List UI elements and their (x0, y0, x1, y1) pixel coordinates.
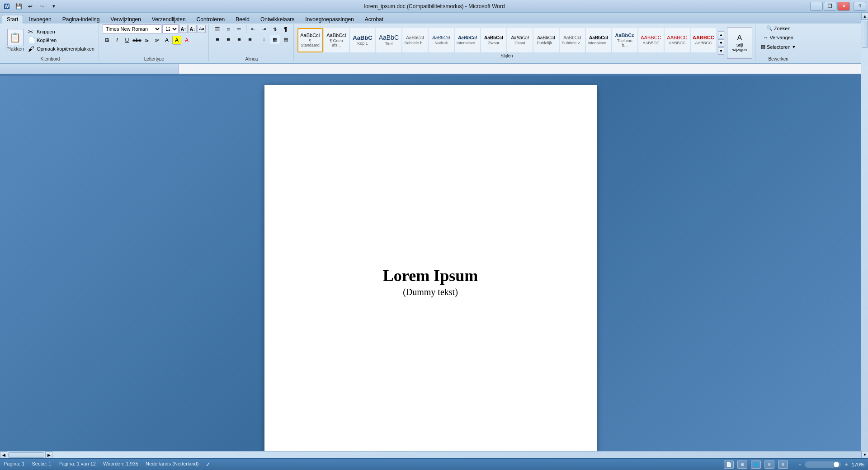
statusbar: Pagina: 1 Sectie: 1 Pagina: 1 van 12 Woo… (0, 458, 868, 470)
cut-button[interactable]: ✂ Knippen (27, 28, 96, 36)
style-subtiele-v[interactable]: AaBbCcI Subtiele v... (560, 28, 585, 52)
styles-more-button[interactable]: ▼ (718, 47, 724, 55)
font-color-button[interactable]: A (182, 36, 191, 45)
style-aabbcc1[interactable]: AABBCC AABBCC (638, 28, 664, 52)
line-spacing-button[interactable]: ↕ (259, 35, 269, 44)
border-button[interactable]: ▤ (281, 35, 291, 44)
font-shrink-button[interactable]: A↓ (189, 25, 197, 33)
tab-invoegtoepassingen[interactable]: Invoegtoepassingen (300, 15, 359, 24)
style-zwaar[interactable]: AaBbCcI Zwaar (481, 28, 506, 52)
increase-indent-button[interactable]: ⇥ (259, 24, 269, 33)
minimize-button[interactable]: — (810, 2, 823, 11)
scroll-thumb[interactable] (862, 21, 868, 48)
align-left-button[interactable]: ≡ (212, 35, 222, 44)
style-titel-van-b[interactable]: AaBbCc Titel van b... (612, 28, 637, 52)
tab-verwijzingen[interactable]: Verwijzingen (105, 15, 146, 24)
font-name-select[interactable]: Times New Roman (103, 24, 161, 33)
styles-scroll-down[interactable]: ▼ (718, 39, 724, 47)
copy-button[interactable]: 📄 Kopiëren (27, 36, 96, 44)
style-standaard[interactable]: AaBbCcI ¶ Standaard (297, 28, 323, 52)
cut-icon: ✂ (28, 28, 35, 35)
shading-button[interactable]: ▦ (270, 35, 280, 44)
sort-button[interactable]: ⇅ (270, 24, 280, 33)
align-right-button[interactable]: ≡ (234, 35, 244, 44)
subscript-button[interactable]: x₂ (142, 36, 151, 45)
tab-acrobat[interactable]: Acrobat (360, 15, 388, 24)
vertical-scrollbar: ▲ ▼ (861, 13, 868, 458)
change-style-button[interactable]: A Stijlwijzigen (727, 27, 752, 59)
close-button[interactable]: ✕ (837, 2, 850, 11)
ruler (0, 64, 868, 74)
underline-button[interactable]: U (123, 36, 132, 45)
bullets-button[interactable]: ☰ (212, 24, 222, 33)
spelling-check-icon[interactable]: ✓ (206, 461, 211, 468)
tab-start[interactable]: Start (2, 15, 23, 24)
italic-button[interactable]: I (113, 36, 122, 45)
change-style-icon: A (737, 34, 742, 42)
clear-format-button[interactable]: Aa (198, 25, 206, 33)
view-web-button[interactable]: 🌐 (751, 461, 761, 469)
justify-button[interactable]: ≡ (245, 35, 255, 44)
style-kop1[interactable]: AaBbC Kop 1 (350, 28, 375, 52)
redo-button[interactable]: ↪ (37, 2, 47, 11)
view-outline-button[interactable]: ≡ (764, 461, 774, 469)
save-button[interactable]: 💾 (14, 2, 24, 11)
style-aabbcc2[interactable]: AABBCC AABBCC (665, 28, 690, 52)
style-nadruk[interactable]: AaBbCcI Nadruk (429, 28, 454, 52)
scroll-right-button[interactable]: ▶ (45, 451, 52, 459)
clipboard-group-label: Klembord (5, 56, 96, 61)
superscript-button[interactable]: x² (152, 36, 161, 45)
scroll-up-button[interactable]: ▲ (861, 13, 868, 20)
alignment-content: ☰ ≡ ≣ ⇤ ⇥ ⇅ ¶ ≡ ≡ ≡ ≡ ↕ ▦ ▤ (212, 24, 291, 56)
help-button[interactable]: ? (854, 2, 866, 11)
hscroll-thumb[interactable] (8, 452, 44, 458)
tab-controleren[interactable]: Controleren (192, 15, 230, 24)
format-copy-button[interactable]: 🖌 Opmaak kopiëren/plakken (27, 45, 96, 53)
find-button[interactable]: 🔍 Zoeken (764, 24, 793, 32)
tab-beeld[interactable]: Beeld (231, 15, 255, 24)
styles-scroll-up[interactable]: ▲ (718, 31, 724, 38)
zoom-slider[interactable] (805, 461, 841, 468)
multilevel-list-button[interactable]: ≣ (234, 24, 244, 33)
tab-invoegen[interactable]: Invoegen (24, 15, 56, 24)
numbering-button[interactable]: ≡ (223, 24, 233, 33)
style-titel[interactable]: AaBbC Titel (376, 28, 401, 52)
zoom-in-button[interactable]: + (844, 461, 848, 468)
style-citaat[interactable]: AaBbCcI Citaat (507, 28, 533, 52)
style-geen-afs[interactable]: AaBbCcI ¶ Geen afs... (324, 28, 349, 52)
tab-verzendlijsten[interactable]: Verzendlijsten (147, 15, 191, 24)
restore-button[interactable]: ❐ (824, 2, 836, 11)
paste-button[interactable]: 📋 Plakken (5, 28, 26, 52)
replace-button[interactable]: ↔ Vervangen (761, 34, 795, 41)
view-fullscreen-button[interactable]: ⊞ (737, 461, 747, 469)
align-center-button[interactable]: ≡ (223, 35, 233, 44)
scroll-down-button[interactable]: ▼ (861, 451, 868, 458)
font-row-1: Times New Roman 12 A↑ A↓ Aa (103, 24, 206, 33)
undo-button[interactable]: ↩ (25, 2, 35, 11)
text-effects-button[interactable]: A (162, 36, 171, 45)
show-formatting-button[interactable]: ¶ (281, 24, 291, 33)
tab-ontwikkelaars[interactable]: Ontwikkelaars (255, 15, 299, 24)
word-icon: W (2, 1, 12, 11)
quick-access-dropdown[interactable]: ▼ (49, 2, 59, 11)
style-preview-intensieve: AaBbCcI (458, 35, 477, 41)
tab-pagina-indeling[interactable]: Pagina-indeling (57, 15, 105, 24)
highlight-button[interactable]: A (172, 36, 181, 45)
style-duidelijk[interactable]: AaBbCcI Duidelijk... (533, 28, 559, 52)
decrease-indent-button[interactable]: ⇤ (248, 24, 258, 33)
select-button[interactable]: ▦ Selecteren ▼ (759, 43, 798, 51)
style-subtitel[interactable]: AaBbCcI Subtiele b... (402, 28, 428, 52)
bold-button[interactable]: B (103, 36, 112, 45)
style-aabbcc3[interactable]: AABBCC AABBCC (691, 28, 716, 52)
style-preview-kop1: AaBbC (353, 34, 372, 42)
view-draft-button[interactable]: ≡ (778, 461, 788, 469)
style-intensieve[interactable]: AaBbCcI Intensieve... (455, 28, 480, 52)
zoom-out-button[interactable]: - (799, 461, 801, 468)
view-print-button[interactable]: 📄 (724, 461, 734, 469)
style-intensieve2[interactable]: AaBbCcI Intensieve... (586, 28, 611, 52)
scroll-left-button[interactable]: ◀ (0, 451, 7, 459)
style-name-nadruk: Nadruk (434, 41, 448, 45)
font-size-select[interactable]: 12 (162, 24, 179, 33)
font-grow-button[interactable]: A↑ (179, 25, 188, 33)
strikethrough-button[interactable]: abc (132, 36, 142, 45)
